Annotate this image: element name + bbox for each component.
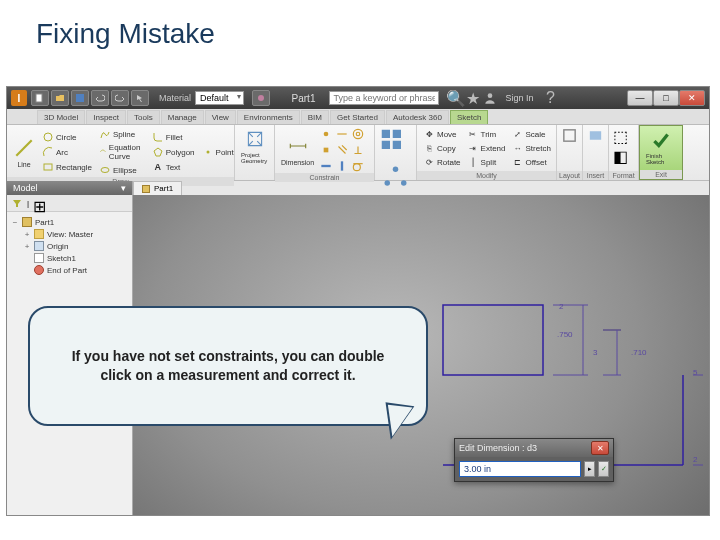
insert-icon[interactable]	[587, 127, 604, 144]
ellipse-button[interactable]: Ellipse	[97, 163, 147, 177]
eqcurve-button[interactable]: Equation Curve	[97, 142, 147, 162]
svg-rect-14	[393, 130, 401, 138]
circle-button[interactable]: Circle	[40, 130, 94, 144]
app-icon[interactable]: I	[11, 90, 27, 106]
rotate-button[interactable]: ⟳Rotate	[421, 155, 463, 169]
dim-d6[interactable]: 3	[593, 348, 597, 357]
svg-rect-21	[590, 131, 601, 140]
svg-rect-13	[382, 130, 390, 138]
extend-button[interactable]: ⇥Extend	[465, 141, 508, 155]
ribbon-group-exit: Finish Sketch Exit	[639, 125, 683, 180]
qat-open-icon[interactable]	[51, 90, 69, 106]
dimension-button[interactable]: Dimension	[279, 134, 316, 167]
constraint-parallel-icon[interactable]	[335, 143, 349, 157]
chevron-down-icon[interactable]: ▾	[121, 183, 126, 193]
qat-new-icon[interactable]	[31, 90, 49, 106]
copy-button[interactable]: ⎘Copy	[421, 141, 463, 155]
maximize-button[interactable]: □	[653, 90, 679, 106]
tree-origin[interactable]: +Origin	[9, 240, 130, 252]
tree-end[interactable]: End of Part	[9, 264, 130, 276]
constraint-concentric-icon[interactable]	[351, 127, 365, 141]
constraint-tangent-icon[interactable]	[351, 159, 365, 173]
pattern-rect-icon[interactable]	[379, 127, 412, 160]
offset-button[interactable]: ⊏Offset	[509, 155, 552, 169]
constraint-fix-icon[interactable]	[319, 143, 333, 157]
constraint-perpendicular-icon[interactable]	[351, 143, 365, 157]
tree-view[interactable]: +View: Master	[9, 228, 130, 240]
qat-redo-icon[interactable]	[111, 90, 129, 106]
browser-header[interactable]: Model▾	[7, 181, 132, 195]
ribbon-group-draw: Line Circle Arc Rectangle Spline Equatio…	[7, 125, 235, 180]
move-button[interactable]: ✥Move	[421, 127, 463, 141]
minimize-button[interactable]: —	[627, 90, 653, 106]
close-button[interactable]: ✕	[679, 90, 705, 106]
project-geometry-button[interactable]: Project Geometry	[239, 127, 270, 165]
trim-button[interactable]: ✂Trim	[465, 127, 508, 141]
ribbon-group-insert: Insert	[583, 125, 609, 180]
svg-point-4	[44, 133, 52, 141]
signin-link[interactable]: Sign In	[505, 93, 533, 103]
edit-dimension-dialog: Edit Dimension : d3 ✕ ▸ ✓	[454, 438, 614, 482]
tab-view[interactable]: View	[205, 110, 236, 124]
view-icon[interactable]: ⊞	[33, 197, 45, 209]
tab-environments[interactable]: Environments	[237, 110, 300, 124]
stretch-button[interactable]: ↔Stretch	[509, 141, 552, 155]
tree-sketch[interactable]: Sketch1	[9, 252, 130, 264]
dim-d4[interactable]: 2	[559, 302, 563, 311]
finish-sketch-button[interactable]: Finish Sketch	[644, 128, 678, 166]
document-tab[interactable]: Part1	[133, 181, 182, 195]
constraint-horizontal-icon[interactable]	[319, 159, 333, 173]
dialog-title: Edit Dimension : d3	[459, 443, 591, 453]
rectangle-button[interactable]: Rectangle	[40, 160, 94, 174]
material-label: Material	[159, 93, 191, 103]
layout-icon[interactable]	[561, 127, 578, 144]
dim-d2[interactable]: .710	[631, 348, 647, 357]
format-icon-2[interactable]: ◧	[613, 147, 634, 166]
instruction-callout: If you have not set constraints, you can…	[28, 306, 428, 426]
arc-button[interactable]: Arc	[40, 145, 94, 159]
dimension-value-input[interactable]	[459, 461, 581, 477]
constraint-collinear-icon[interactable]	[335, 127, 349, 141]
line-button[interactable]: Line	[11, 136, 37, 169]
svg-rect-15	[382, 141, 390, 149]
dim-d1[interactable]: .750	[557, 330, 573, 339]
tab-tools[interactable]: Tools	[127, 110, 160, 124]
tab-bim[interactable]: BIM	[301, 110, 329, 124]
svg-point-12	[353, 164, 360, 171]
tab-autodesk360[interactable]: Autodesk 360	[386, 110, 449, 124]
star-icon[interactable]: ★	[466, 91, 480, 105]
help-icon[interactable]: ?	[543, 91, 557, 105]
search-input[interactable]	[329, 91, 439, 105]
dimension-dropdown-icon[interactable]: ▸	[584, 461, 595, 477]
search-icon[interactable]: 🔍	[449, 91, 463, 105]
tab-3d-model[interactable]: 3D Model	[37, 110, 85, 124]
person-icon[interactable]	[483, 91, 497, 105]
text-button[interactable]: AText	[150, 160, 197, 174]
ribbon-group-modify: ✥Move ✂Trim ⤢Scale ⎘Copy ⇥Extend ↔Stretc…	[417, 125, 557, 180]
point-button[interactable]: Point	[200, 145, 236, 159]
constraint-coincident-icon[interactable]	[319, 127, 333, 141]
material-dropdown[interactable]: Default	[195, 91, 244, 105]
tab-inspect[interactable]: Inspect	[86, 110, 126, 124]
constraint-vertical-icon[interactable]	[335, 159, 349, 173]
spline-button[interactable]: Spline	[97, 127, 147, 141]
split-button[interactable]: ⎮Split	[465, 155, 508, 169]
dialog-titlebar[interactable]: Edit Dimension : d3 ✕	[455, 439, 613, 457]
tab-get-started[interactable]: Get Started	[330, 110, 385, 124]
appearance-icon[interactable]	[252, 90, 270, 106]
dialog-close-button[interactable]: ✕	[591, 441, 609, 455]
dim-d5[interactable]: 5	[693, 368, 697, 377]
scale-button[interactable]: ⤢Scale	[509, 127, 552, 141]
qat-select-icon[interactable]	[131, 90, 149, 106]
dim-d7[interactable]: 2	[693, 455, 697, 464]
tab-manage[interactable]: Manage	[161, 110, 204, 124]
tab-sketch[interactable]: Sketch	[450, 110, 488, 124]
dimension-accept-icon[interactable]: ✓	[598, 461, 609, 477]
polygon-button[interactable]: Polygon	[150, 145, 197, 159]
fillet-button[interactable]: Fillet	[150, 130, 197, 144]
tree-part[interactable]: −Part1	[9, 216, 130, 228]
format-icon-1[interactable]: ⬚	[613, 127, 634, 146]
qat-save-icon[interactable]	[71, 90, 89, 106]
qat-undo-icon[interactable]	[91, 90, 109, 106]
filter-icon[interactable]	[11, 197, 23, 209]
